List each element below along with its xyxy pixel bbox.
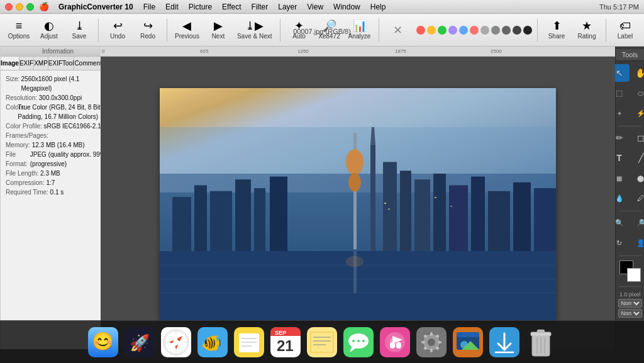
menu-file[interactable]: File <box>139 1 160 13</box>
tab-xmp[interactable]: XMP <box>34 57 48 70</box>
tool-hand-pan[interactable]: ✋ <box>631 64 645 82</box>
divider-1 <box>98 19 99 42</box>
calendar-icon: SEP 21 <box>270 327 301 357</box>
menu-items: GraphicConverter 10 File Edit Picture Ef… <box>54 1 390 13</box>
xe8472-icon: 🔎 <box>323 20 336 31</box>
tool-line[interactable]: ╱ <box>631 149 645 167</box>
color-dot-purple[interactable] <box>448 26 457 35</box>
itunes-icon <box>380 327 410 357</box>
next-icon: ▶ <box>214 20 223 31</box>
toolbar-rating[interactable]: ★ Rating <box>573 16 601 44</box>
share-icon: ⬆ <box>552 20 562 31</box>
dock-fish[interactable]: 🐠 <box>196 326 229 359</box>
analyze-icon: 📊 <box>353 20 367 31</box>
menu-app-name[interactable]: GraphicConverter 10 <box>54 1 138 13</box>
color-dot-gray[interactable] <box>491 26 500 35</box>
canvas-area[interactable]: 0 625 1250 1875 2500 <box>101 47 615 349</box>
toolbar-undo[interactable]: ↩ Undo <box>104 16 131 44</box>
tool-bucket[interactable]: ⬤ <box>631 169 645 187</box>
toolbar-previous[interactable]: ◀ Previous <box>172 16 202 44</box>
menu-picture[interactable]: Picture <box>184 1 216 13</box>
options-label: Options <box>8 33 30 40</box>
dock-downloads[interactable] <box>488 326 521 359</box>
svg-rect-23 <box>388 209 390 210</box>
svg-rect-25 <box>450 206 452 207</box>
menu-right: Thu 5:17 PM <box>599 3 639 11</box>
menu-effect[interactable]: Effect <box>218 1 245 13</box>
color-dot-charcoal[interactable] <box>513 26 521 35</box>
menu-window[interactable]: Window <box>329 1 365 13</box>
toolbar-analyze[interactable]: 📊 Analyze <box>346 16 374 44</box>
toolbar-adjust[interactable]: ◐ Adjust <box>35 16 63 44</box>
info-panel: Information Image EXIF XMP EXIFTool Comm… <box>1 47 116 349</box>
toolbar-next[interactable]: ▶ Next <box>204 16 232 44</box>
toolbar-save-next[interactable]: ⤓▶ Save & Next <box>235 16 275 44</box>
color-dot-green[interactable] <box>438 26 447 35</box>
dock-notes[interactable] <box>233 326 265 359</box>
background-color[interactable] <box>627 268 641 282</box>
dock-stickies[interactable] <box>306 326 338 359</box>
menu-help[interactable]: Help <box>366 1 391 13</box>
toolbar-redo[interactable]: ↪ Redo <box>134 16 162 44</box>
tab-image[interactable]: Image <box>1 57 19 70</box>
tool-zoom-out[interactable]: 🔎 <box>631 214 645 232</box>
menu-view[interactable]: View <box>303 1 328 13</box>
tool-eraser[interactable]: ◻ <box>631 129 645 147</box>
main-image[interactable] <box>160 88 556 321</box>
svg-rect-91 <box>537 330 545 333</box>
toolbar-options[interactable]: ≡ Options <box>5 16 33 44</box>
dock-itunes[interactable] <box>379 326 411 359</box>
dock-calendar[interactable]: SEP 21 <box>269 326 302 359</box>
menu-time: Thu 5:17 PM <box>599 3 639 11</box>
blend-mode-select[interactable]: Normal Multiply Screen <box>618 299 642 308</box>
color-dot-darkgray[interactable] <box>502 26 511 35</box>
dock-messages[interactable] <box>342 326 375 359</box>
dock-safari[interactable] <box>160 326 192 359</box>
finder-icon: 😊 <box>88 327 118 357</box>
tab-comment[interactable]: Comment <box>74 57 102 70</box>
toolbar-save[interactable]: ⤓ Save <box>65 16 93 44</box>
ruler-horizontal: 0 625 1250 1875 2500 <box>101 47 615 57</box>
apple-menu[interactable]: 🍎 <box>39 2 49 11</box>
tool-person[interactable]: 👤 <box>631 234 645 252</box>
color-dot-black[interactable] <box>523 26 532 35</box>
color-dot-pink[interactable] <box>470 26 479 35</box>
menu-layer[interactable]: Layer <box>274 1 301 13</box>
tool-marquee-ellipse[interactable]: ⬭ <box>631 84 645 102</box>
color-dot-red[interactable] <box>416 26 425 35</box>
menu-filter[interactable]: Filter <box>247 1 273 13</box>
dock-trash[interactable] <box>525 326 557 359</box>
svg-rect-74 <box>430 332 433 336</box>
color-dot-orange[interactable] <box>427 26 436 35</box>
tool-wand[interactable]: ⚡ <box>631 104 645 122</box>
tab-exiftool[interactable]: EXIFTool <box>48 57 75 70</box>
tool-dropper2[interactable]: 🖊 <box>631 189 645 207</box>
dock-system-prefs[interactable] <box>415 326 448 359</box>
dock-graphicconverter[interactable] <box>452 326 484 359</box>
info-row-resolution: Resolution: 300.0x300.0ppi <box>6 93 110 103</box>
opacity-select[interactable]: None 25% 50% 75% 100% <box>618 309 642 318</box>
dock-finder[interactable]: 😊 <box>87 326 119 359</box>
menu-edit[interactable]: Edit <box>161 1 183 13</box>
svg-point-64 <box>357 340 360 342</box>
menubar: 🍎 GraphicConverter 10 File Edit Picture … <box>0 0 644 14</box>
toolbar-label[interactable]: 🏷 Label <box>611 16 639 44</box>
minimize-button[interactable] <box>16 3 23 11</box>
toolbar-auto[interactable]: ✦ Auto <box>286 16 313 44</box>
toolbar-share[interactable]: ⬆ Share <box>543 16 570 44</box>
tool-divider-4 <box>619 286 641 287</box>
close-x-icon: ✕ <box>393 23 402 37</box>
toolbar-xe8472[interactable]: 🔎 Xe8472 <box>316 16 343 44</box>
zoom-button[interactable] <box>26 3 34 11</box>
close-button[interactable] <box>5 3 13 11</box>
label-label: Label <box>618 33 633 40</box>
tab-exif[interactable]: EXIF <box>19 57 34 70</box>
info-row-memory: Memory: 12.3 MB (16.4 MB) <box>6 140 110 150</box>
dock-launchpad[interactable]: 🚀 <box>123 326 156 359</box>
left-panel: 25 | | | | Information Image EXIF XMP EX… <box>0 47 101 349</box>
svg-rect-15 <box>414 180 430 255</box>
svg-rect-22 <box>384 203 386 204</box>
color-dot-lightgray[interactable] <box>480 26 489 35</box>
color-dot-blue[interactable] <box>459 26 468 35</box>
next-label: Next <box>212 33 225 40</box>
